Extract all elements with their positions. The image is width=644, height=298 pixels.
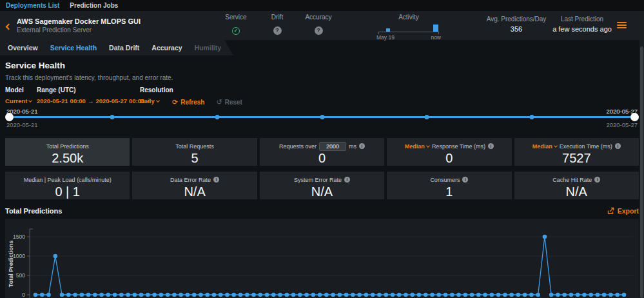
chart-point[interactable]	[324, 293, 329, 297]
chart-point[interactable]	[225, 293, 229, 297]
chart-point[interactable]	[278, 293, 282, 297]
chart-point[interactable]	[549, 293, 554, 297]
chart-point[interactable]	[456, 293, 461, 297]
chart-point[interactable]	[80, 293, 84, 297]
accuracy-unknown-icon[interactable]: ?	[315, 26, 323, 35]
chart-point[interactable]	[139, 293, 144, 297]
info-icon[interactable]: i	[462, 177, 468, 183]
chart-point[interactable]	[46, 293, 51, 297]
chart-point[interactable]	[212, 293, 217, 297]
chart-point[interactable]	[483, 293, 487, 297]
chart-point[interactable]	[311, 293, 316, 297]
chart-point[interactable]	[245, 293, 249, 297]
chart-point[interactable]	[470, 293, 474, 297]
chart-point[interactable]	[179, 293, 183, 297]
tab-data-drift[interactable]: Data Drift	[109, 44, 139, 52]
info-icon[interactable]: i	[594, 177, 600, 183]
chart-point[interactable]	[231, 293, 236, 297]
resolution-dropdown[interactable]: Daily	[140, 97, 171, 104]
chart-point[interactable]	[450, 293, 454, 297]
aggregation-dropdown[interactable]: Median	[532, 143, 557, 150]
metric-tile-requests-over-threshold[interactable]: Requests overmsi0	[260, 138, 384, 166]
chart-point[interactable]	[152, 293, 157, 297]
chart-point[interactable]	[133, 293, 137, 297]
chart-point[interactable]	[40, 293, 44, 297]
chart-point[interactable]	[509, 293, 514, 297]
drift-unknown-icon[interactable]: ?	[273, 26, 282, 35]
chart-point[interactable]	[529, 293, 534, 297]
chart-point[interactable]	[338, 293, 342, 297]
chart-point[interactable]	[86, 293, 91, 297]
chart-point[interactable]	[258, 293, 262, 297]
info-icon[interactable]: i	[359, 143, 365, 149]
info-icon[interactable]: i	[213, 177, 219, 183]
chart-point[interactable]	[364, 293, 369, 297]
chart-point[interactable]	[615, 293, 620, 297]
chart-point[interactable]	[73, 293, 77, 297]
chart-point[interactable]	[536, 293, 540, 297]
tab-overview[interactable]: Overview	[8, 44, 38, 52]
chart-point[interactable]	[199, 293, 203, 297]
chart-point[interactable]	[377, 293, 382, 297]
chart-point[interactable]	[291, 293, 296, 297]
chart-point[interactable]	[490, 293, 494, 297]
chart-point[interactable]	[271, 293, 276, 297]
chart-point[interactable]	[298, 293, 302, 297]
info-icon[interactable]: i	[615, 143, 621, 149]
info-icon[interactable]: i	[344, 177, 350, 183]
chart-point[interactable]	[576, 293, 580, 297]
chart-point[interactable]	[596, 293, 600, 297]
nav-prediction-jobs[interactable]: Prediction Jobs	[70, 2, 118, 9]
metric-tile-total-predictions[interactable]: Total Predictions2.50k	[5, 138, 130, 166]
slider-handle-end[interactable]	[630, 113, 639, 121]
chart-point[interactable]	[285, 293, 289, 297]
metric-tile-system-error-rate[interactable]: System Error RateiN/A	[260, 172, 384, 199]
scrollbar-thumb[interactable]	[640, 46, 643, 298]
chart-point[interactable]	[371, 293, 375, 297]
chart-point[interactable]	[166, 293, 170, 297]
chart-point[interactable]	[344, 293, 349, 297]
chart-point[interactable]	[159, 293, 164, 297]
refresh-button[interactable]: ⟳Refresh	[172, 99, 204, 106]
range-dropdown[interactable]: 2020-05-21 00:00 → 2020-05-27 00:00	[37, 97, 140, 104]
chart-point[interactable]	[562, 293, 567, 297]
chart-point[interactable]	[99, 293, 104, 297]
chart-point[interactable]	[119, 293, 124, 297]
chart-point[interactable]	[304, 293, 309, 297]
threshold-input[interactable]	[319, 142, 346, 151]
chart-point[interactable]	[93, 293, 97, 297]
metric-tile-peak-load[interactable]: Median | Peak Load (calls/minute)0 | 1	[5, 172, 130, 199]
metric-tile-consumers[interactable]: Consumersi1	[387, 172, 511, 199]
chart-point[interactable]	[404, 293, 408, 297]
reset-button[interactable]: ↺Reset	[216, 99, 242, 106]
chart-point[interactable]	[463, 293, 468, 297]
chart-point[interactable]	[622, 293, 627, 297]
chart-point[interactable]	[186, 293, 190, 297]
chart-point[interactable]	[53, 254, 57, 259]
metric-tile-response-time[interactable]: MedianResponse Time (ms)i0	[387, 138, 511, 166]
chart-point[interactable]	[582, 293, 587, 297]
chart-point[interactable]	[543, 235, 547, 239]
chart-point[interactable]	[66, 293, 71, 297]
chart-point[interactable]	[476, 293, 481, 297]
chart-point[interactable]	[106, 293, 111, 297]
metric-tile-total-requests[interactable]: Total Requests5	[132, 138, 257, 166]
model-dropdown[interactable]: Current	[5, 97, 37, 104]
chart-point[interactable]	[60, 293, 64, 297]
chart-point[interactable]	[146, 293, 150, 297]
chart-point[interactable]	[318, 293, 322, 297]
chart-point[interactable]	[410, 293, 415, 297]
metric-tile-data-error-rate[interactable]: Data Error RateiN/A	[132, 172, 257, 199]
aggregation-dropdown[interactable]: Median	[405, 143, 429, 150]
chart-point[interactable]	[351, 293, 355, 297]
chart-point[interactable]	[523, 293, 527, 297]
chart-point[interactable]	[516, 293, 521, 297]
chart-point[interactable]	[391, 293, 395, 297]
chart-point[interactable]	[357, 293, 362, 297]
chart-point[interactable]	[265, 293, 269, 297]
chart-point[interactable]	[424, 293, 428, 297]
slider-handle-start[interactable]	[5, 113, 14, 121]
tab-accuracy[interactable]: Accuracy	[151, 44, 182, 52]
chart-point[interactable]	[556, 293, 560, 297]
metric-tile-cache-hit-rate[interactable]: Cache Hit RateiN/A	[514, 172, 639, 199]
